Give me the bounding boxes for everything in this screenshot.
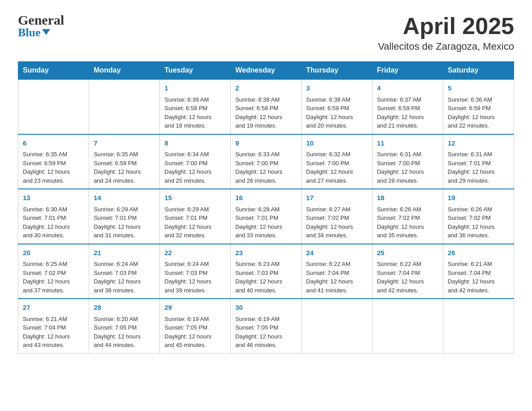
table-row — [18, 79, 89, 134]
table-row: 6Sunrise: 6:35 AMSunset: 6:59 PMDaylight… — [18, 134, 89, 189]
day-number: 4 — [377, 83, 438, 94]
day-info: Sunrise: 6:28 AMSunset: 7:01 PMDaylight:… — [235, 205, 296, 240]
logo-triangle-icon — [42, 29, 50, 35]
table-row: 29Sunrise: 6:19 AMSunset: 7:05 PMDayligh… — [160, 299, 231, 353]
table-row: 22Sunrise: 6:24 AMSunset: 7:03 PMDayligh… — [160, 244, 231, 299]
header-thursday: Thursday — [301, 62, 372, 80]
day-number: 7 — [94, 138, 155, 149]
day-number: 30 — [235, 303, 296, 313]
day-info: Sunrise: 6:26 AMSunset: 7:02 PMDaylight:… — [448, 205, 509, 240]
table-row — [89, 79, 160, 134]
table-row: 1Sunrise: 6:39 AMSunset: 6:58 PMDaylight… — [160, 79, 231, 134]
day-number: 19 — [448, 193, 509, 203]
day-info: Sunrise: 6:23 AMSunset: 7:03 PMDaylight:… — [235, 260, 296, 295]
day-number: 1 — [164, 83, 226, 94]
day-number: 27 — [23, 303, 84, 313]
table-row — [443, 299, 514, 353]
table-row: 18Sunrise: 6:26 AMSunset: 7:02 PMDayligh… — [372, 189, 443, 244]
day-number: 24 — [306, 248, 368, 258]
day-info: Sunrise: 6:29 AMSunset: 7:01 PMDaylight:… — [94, 205, 155, 240]
table-row — [372, 299, 443, 353]
day-number: 22 — [164, 248, 226, 258]
day-number: 23 — [235, 248, 296, 258]
day-info: Sunrise: 6:38 AMSunset: 6:58 PMDaylight:… — [235, 95, 296, 130]
day-info: Sunrise: 6:29 AMSunset: 7:01 PMDaylight:… — [164, 205, 226, 240]
day-number: 21 — [94, 248, 155, 258]
table-row: 10Sunrise: 6:32 AMSunset: 7:00 PMDayligh… — [301, 134, 372, 189]
day-number: 3 — [306, 83, 368, 94]
day-info: Sunrise: 6:36 AMSunset: 6:59 PMDaylight:… — [448, 95, 509, 130]
day-info: Sunrise: 6:19 AMSunset: 7:05 PMDaylight:… — [235, 315, 296, 350]
day-info: Sunrise: 6:22 AMSunset: 7:04 PMDaylight:… — [377, 260, 438, 295]
table-row: 5Sunrise: 6:36 AMSunset: 6:59 PMDaylight… — [443, 79, 514, 134]
day-number: 25 — [377, 248, 438, 258]
day-number: 11 — [377, 138, 438, 149]
day-number: 13 — [23, 193, 84, 203]
header-saturday: Saturday — [443, 62, 514, 80]
table-row: 19Sunrise: 6:26 AMSunset: 7:02 PMDayligh… — [443, 189, 514, 244]
table-row: 15Sunrise: 6:29 AMSunset: 7:01 PMDayligh… — [160, 189, 231, 244]
day-number: 29 — [164, 303, 226, 313]
day-info: Sunrise: 6:20 AMSunset: 7:05 PMDaylight:… — [94, 315, 155, 350]
table-row: 30Sunrise: 6:19 AMSunset: 7:05 PMDayligh… — [231, 299, 301, 353]
table-row: 25Sunrise: 6:22 AMSunset: 7:04 PMDayligh… — [372, 244, 443, 299]
day-info: Sunrise: 6:22 AMSunset: 7:04 PMDaylight:… — [306, 260, 368, 295]
day-info: Sunrise: 6:38 AMSunset: 6:59 PMDaylight:… — [306, 95, 368, 130]
day-info: Sunrise: 6:21 AMSunset: 7:04 PMDaylight:… — [448, 260, 509, 295]
day-info: Sunrise: 6:31 AMSunset: 7:00 PMDaylight:… — [377, 150, 438, 185]
logo: General Blue — [18, 13, 64, 39]
calendar-week-row: 20Sunrise: 6:25 AMSunset: 7:02 PMDayligh… — [18, 244, 514, 299]
day-info: Sunrise: 6:31 AMSunset: 7:01 PMDaylight:… — [448, 150, 509, 185]
day-number: 17 — [306, 193, 368, 203]
day-info: Sunrise: 6:24 AMSunset: 7:03 PMDaylight:… — [94, 260, 155, 295]
table-row: 7Sunrise: 6:35 AMSunset: 6:59 PMDaylight… — [89, 134, 160, 189]
day-info: Sunrise: 6:19 AMSunset: 7:05 PMDaylight:… — [164, 315, 226, 350]
day-info: Sunrise: 6:34 AMSunset: 7:00 PMDaylight:… — [164, 150, 226, 185]
day-info: Sunrise: 6:26 AMSunset: 7:02 PMDaylight:… — [377, 205, 438, 240]
day-number: 16 — [235, 193, 296, 203]
table-row: 26Sunrise: 6:21 AMSunset: 7:04 PMDayligh… — [443, 244, 514, 299]
table-row: 9Sunrise: 6:33 AMSunset: 7:00 PMDaylight… — [231, 134, 301, 189]
day-number: 14 — [94, 193, 155, 203]
calendar-table: Sunday Monday Tuesday Wednesday Thursday… — [18, 61, 514, 354]
table-row: 20Sunrise: 6:25 AMSunset: 7:02 PMDayligh… — [18, 244, 89, 299]
day-number: 10 — [306, 138, 368, 149]
day-number: 28 — [94, 303, 155, 313]
table-row: 4Sunrise: 6:37 AMSunset: 6:59 PMDaylight… — [372, 79, 443, 134]
table-row: 11Sunrise: 6:31 AMSunset: 7:00 PMDayligh… — [372, 134, 443, 189]
table-row: 8Sunrise: 6:34 AMSunset: 7:00 PMDaylight… — [160, 134, 231, 189]
header-monday: Monday — [89, 62, 160, 80]
table-row: 23Sunrise: 6:23 AMSunset: 7:03 PMDayligh… — [231, 244, 301, 299]
table-row: 16Sunrise: 6:28 AMSunset: 7:01 PMDayligh… — [231, 189, 301, 244]
day-info: Sunrise: 6:37 AMSunset: 6:59 PMDaylight:… — [377, 95, 438, 130]
day-info: Sunrise: 6:27 AMSunset: 7:02 PMDaylight:… — [306, 205, 368, 240]
table-row: 12Sunrise: 6:31 AMSunset: 7:01 PMDayligh… — [443, 134, 514, 189]
day-info: Sunrise: 6:30 AMSunset: 7:01 PMDaylight:… — [23, 205, 84, 240]
header-sunday: Sunday — [18, 62, 89, 80]
day-number: 20 — [23, 248, 84, 258]
calendar-week-row: 13Sunrise: 6:30 AMSunset: 7:01 PMDayligh… — [18, 189, 514, 244]
day-number: 2 — [235, 83, 296, 94]
table-row: 17Sunrise: 6:27 AMSunset: 7:02 PMDayligh… — [301, 189, 372, 244]
day-info: Sunrise: 6:39 AMSunset: 6:58 PMDaylight:… — [164, 95, 226, 130]
day-number: 5 — [448, 83, 509, 94]
day-info: Sunrise: 6:25 AMSunset: 7:02 PMDaylight:… — [23, 260, 84, 295]
day-info: Sunrise: 6:35 AMSunset: 6:59 PMDaylight:… — [94, 150, 155, 185]
calendar-week-row: 27Sunrise: 6:21 AMSunset: 7:04 PMDayligh… — [18, 299, 514, 353]
page-header: General Blue April 2025 Vallecitos de Za… — [18, 13, 514, 52]
day-number: 18 — [377, 193, 438, 203]
day-info: Sunrise: 6:35 AMSunset: 6:59 PMDaylight:… — [23, 150, 84, 185]
table-row: 13Sunrise: 6:30 AMSunset: 7:01 PMDayligh… — [18, 189, 89, 244]
day-info: Sunrise: 6:32 AMSunset: 7:00 PMDaylight:… — [306, 150, 368, 185]
day-number: 9 — [235, 138, 296, 149]
day-number: 15 — [164, 193, 226, 203]
day-number: 26 — [448, 248, 509, 258]
calendar-header-row: Sunday Monday Tuesday Wednesday Thursday… — [18, 62, 514, 80]
header-wednesday: Wednesday — [231, 62, 301, 80]
table-row: 21Sunrise: 6:24 AMSunset: 7:03 PMDayligh… — [89, 244, 160, 299]
day-number: 8 — [164, 138, 226, 149]
calendar-week-row: 6Sunrise: 6:35 AMSunset: 6:59 PMDaylight… — [18, 134, 514, 189]
day-info: Sunrise: 6:33 AMSunset: 7:00 PMDaylight:… — [235, 150, 296, 185]
title-block: April 2025 Vallecitos de Zaragoza, Mexic… — [378, 13, 514, 52]
header-tuesday: Tuesday — [160, 62, 231, 80]
